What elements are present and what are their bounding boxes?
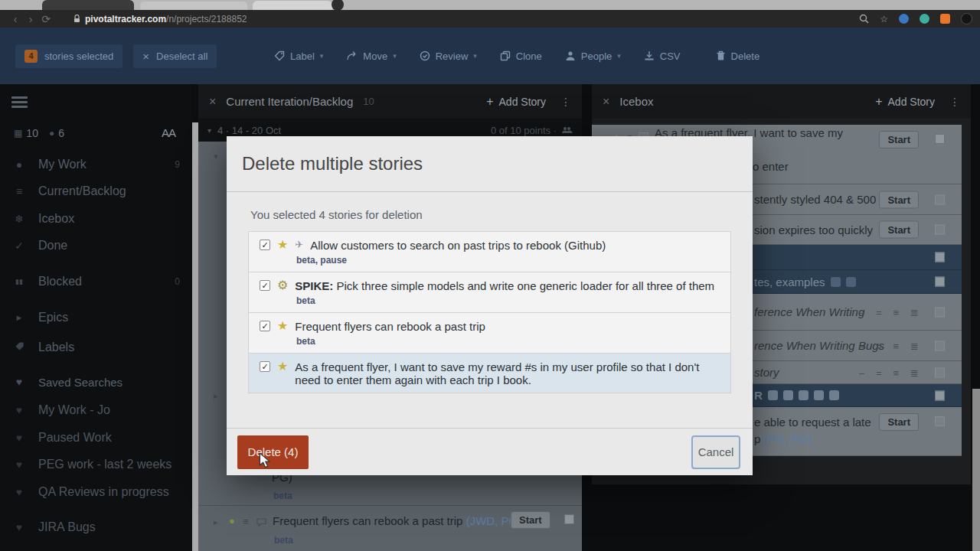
story-caret-icon[interactable]: ▾: [214, 152, 218, 161]
panel-count[interactable]: ▦10: [14, 127, 38, 139]
modal-story-row[interactable]: ✓ ★ Frequent flyers can rebook a past tr…: [248, 312, 731, 353]
extension-icon-orange[interactable]: [940, 14, 950, 24]
browser-tab-inactive[interactable]: [140, 2, 247, 10]
owner-badge-icon: [814, 390, 824, 400]
delete-button-toolbar[interactable]: Delete: [716, 51, 760, 62]
text-size-control[interactable]: AA: [162, 126, 175, 139]
people-button-text: People: [581, 51, 612, 62]
story-checkbox[interactable]: [935, 390, 945, 400]
panel-menu-icon[interactable]: ⋮: [949, 96, 960, 108]
member-count[interactable]: ●6: [49, 127, 64, 139]
modal-story-row-highlighted[interactable]: ✓ ★ As a frequent flyer, I want to save …: [248, 353, 731, 393]
story-labels: beta, pause: [296, 255, 720, 266]
story-checkbox[interactable]: ✓: [260, 321, 270, 331]
move-button[interactable]: Move ▾: [346, 51, 396, 62]
start-button[interactable]: Start: [879, 131, 919, 148]
heart-icon: ♥: [12, 486, 26, 498]
sidebar-item-my-work[interactable]: ●My Work9: [0, 155, 192, 174]
deselect-all-label: Deselect all: [156, 51, 207, 62]
modal-footer: Delete (4) Cancel: [227, 428, 753, 475]
sidebar-item-done[interactable]: ✓Done: [0, 236, 192, 256]
estimate-buttons[interactable]: –=≡≣: [859, 367, 919, 378]
story-checkbox[interactable]: [564, 514, 574, 524]
story-checkbox[interactable]: [935, 307, 945, 317]
start-button[interactable]: Start: [879, 413, 919, 431]
iteration-points: 0 of 10 points ·: [491, 125, 573, 136]
review-button[interactable]: Review ▾: [420, 51, 477, 62]
story-checkbox[interactable]: [935, 253, 945, 262]
story-checkbox[interactable]: [935, 225, 945, 235]
saved-search-peg-work[interactable]: ♥PEG work - last 2 weeks: [0, 455, 192, 474]
story-caret-icon[interactable]: ▸: [214, 391, 218, 401]
story-checkbox[interactable]: ✓: [260, 240, 270, 250]
people-button[interactable]: People ▾: [565, 51, 621, 62]
sidebar-item-labels[interactable]: Labels: [0, 337, 192, 357]
story-title: As a frequent flyer, I want to save my r…: [295, 360, 712, 386]
sidebar-menu-icon[interactable]: [11, 96, 28, 110]
page-scrollbar[interactable]: [972, 389, 980, 551]
person-icon: [565, 51, 576, 61]
story-caret-icon[interactable]: ▸: [214, 517, 218, 527]
sidebar-item-blocked[interactable]: ▮▮Blocked0: [0, 272, 192, 292]
snowflake-icon: ❄: [12, 213, 26, 225]
label-button[interactable]: Label ▾: [274, 51, 323, 62]
bookmark-star-icon[interactable]: ☆: [880, 14, 888, 24]
cancel-button[interactable]: Cancel: [691, 435, 740, 469]
forward-icon[interactable]: ›: [23, 13, 38, 25]
browser-tab-inactive-2[interactable]: [253, 1, 332, 10]
story-checkbox[interactable]: [935, 134, 945, 144]
story-checkbox[interactable]: [935, 194, 945, 204]
story-checkbox[interactable]: [935, 277, 945, 287]
browser-profile-avatar[interactable]: [961, 13, 972, 24]
review-caret-icon: ▾: [473, 52, 477, 60]
story-checkbox[interactable]: [935, 341, 945, 350]
extension-icon-blue[interactable]: [899, 14, 909, 24]
start-button[interactable]: Start: [879, 191, 919, 208]
story-checkbox[interactable]: ✓: [260, 361, 270, 372]
modal-story-row[interactable]: ✓ ⚙ SPIKE: Pick three simple models and …: [248, 272, 731, 312]
delete-confirm-button[interactable]: Delete (4): [237, 435, 309, 469]
sidebar-item-icebox[interactable]: ❄Icebox: [0, 209, 192, 229]
start-button[interactable]: Start: [511, 511, 550, 529]
story-checkbox[interactable]: ✓: [260, 280, 270, 291]
start-button[interactable]: Start: [879, 221, 919, 239]
page-zoom-icon[interactable]: [859, 14, 869, 24]
browser-tab-active[interactable]: [42, 0, 134, 10]
story-label[interactable]: beta: [274, 535, 293, 546]
stories-selected-chip: 4 stories selected: [15, 44, 122, 68]
back-icon[interactable]: ‹: [8, 13, 23, 25]
add-story-button[interactable]: +Add Story: [486, 95, 546, 109]
sidebar-item-current-backlog[interactable]: ≡Current/Backlog: [0, 181, 192, 201]
sidebar-scrollbar[interactable]: [192, 122, 198, 551]
sidebar-item-epics[interactable]: ►Epics: [0, 308, 192, 328]
backlog-panel-title: Current Iteration/Backlog: [226, 95, 353, 108]
close-panel-icon[interactable]: ×: [603, 95, 609, 109]
saved-searches-header[interactable]: ♥Saved Searches: [0, 372, 192, 392]
estimate-buttons[interactable]: –=≡≣: [859, 306, 919, 318]
story-checkbox[interactable]: [935, 416, 945, 426]
add-story-button[interactable]: +Add Story: [875, 95, 935, 109]
plus-icon: +: [875, 95, 882, 109]
url-text[interactable]: pivotaltracker.com/n/projects/2188852: [85, 14, 247, 24]
extension-icon-teal[interactable]: [920, 14, 929, 24]
deselect-all-button[interactable]: × Deselect all: [133, 44, 217, 68]
tab-audio-icon[interactable]: [332, 0, 344, 11]
saved-search-jira-bugs[interactable]: ♥JIRA Bugs: [0, 517, 192, 537]
csv-button[interactable]: CSV: [644, 51, 681, 62]
saved-search-my-work-jo[interactable]: ♥My Work - Jo: [0, 400, 192, 420]
modal-story-row[interactable]: ✓ ★ ✈ Allow customers to search on past …: [248, 231, 731, 272]
my-work-icon: ●: [12, 158, 26, 171]
reload-icon[interactable]: ⟳: [38, 13, 54, 25]
story-checkbox[interactable]: [935, 367, 945, 377]
url-path: /n/projects/2188852: [166, 14, 247, 24]
feature-star-icon: ★: [277, 239, 288, 251]
close-panel-icon[interactable]: ×: [209, 95, 216, 109]
story-label[interactable]: beta: [273, 491, 292, 501]
drag-handle-icon[interactable]: ≡: [243, 516, 249, 527]
story-title[interactable]: Frequent flyers can rebook a past trip (…: [273, 514, 521, 527]
estimate-buttons[interactable]: –=≡≣: [859, 340, 919, 351]
clone-button[interactable]: Clone: [500, 51, 542, 62]
saved-search-paused-work[interactable]: ♥Paused Work: [0, 428, 192, 448]
saved-search-qa-reviews[interactable]: ♥QA Reviews in progress: [0, 482, 192, 502]
panel-menu-icon[interactable]: ⋮: [560, 96, 571, 108]
